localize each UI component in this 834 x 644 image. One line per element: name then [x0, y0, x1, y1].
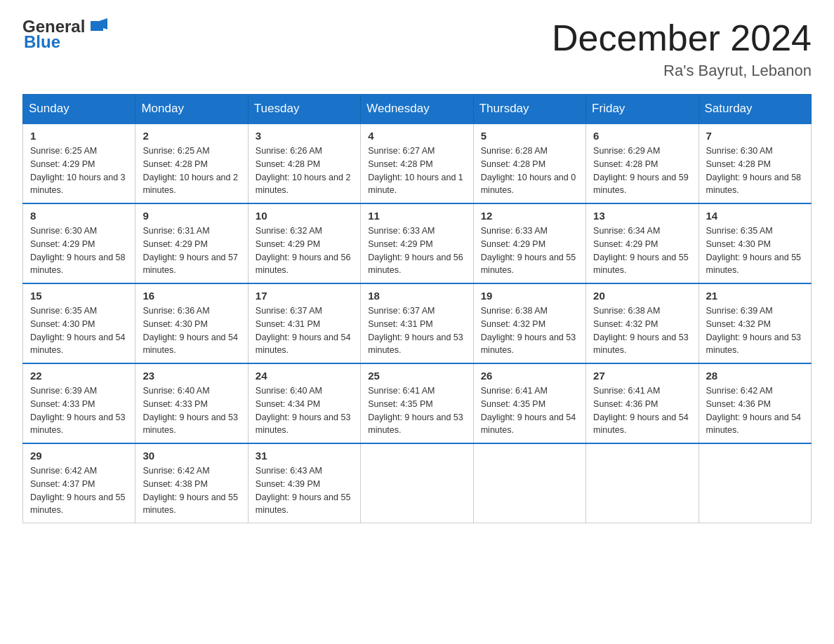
day-info: Sunrise: 6:42 AM Sunset: 4:36 PM Dayligh… — [706, 384, 804, 437]
day-cell-3: 3 Sunrise: 6:26 AM Sunset: 4:28 PM Dayli… — [248, 123, 360, 203]
day-info: Sunrise: 6:37 AM Sunset: 4:31 PM Dayligh… — [256, 304, 353, 357]
day-number: 19 — [481, 290, 578, 302]
day-info: Sunrise: 6:37 AM Sunset: 4:31 PM Dayligh… — [368, 304, 465, 357]
day-info: Sunrise: 6:30 AM Sunset: 4:28 PM Dayligh… — [706, 145, 804, 197]
day-cell-13: 13 Sunrise: 6:34 AM Sunset: 4:29 PM Dayl… — [586, 203, 699, 283]
day-info: Sunrise: 6:25 AM Sunset: 4:29 PM Dayligh… — [30, 145, 128, 197]
day-cell-23: 23 Sunrise: 6:40 AM Sunset: 4:33 PM Dayl… — [135, 363, 248, 443]
day-number: 31 — [256, 450, 353, 462]
week-row-3: 15 Sunrise: 6:35 AM Sunset: 4:30 PM Dayl… — [23, 283, 812, 363]
day-number: 4 — [368, 130, 465, 142]
header-thursday: Thursday — [473, 95, 585, 124]
day-number: 18 — [368, 290, 465, 302]
empty-cell-w4-c6 — [699, 443, 811, 523]
title-area: December 2024 Ra's Bayrut, Lebanon — [552, 17, 812, 80]
day-info: Sunrise: 6:41 AM Sunset: 4:36 PM Dayligh… — [593, 384, 691, 437]
logo-flag-icon — [86, 15, 107, 36]
day-info: Sunrise: 6:43 AM Sunset: 4:39 PM Dayligh… — [256, 464, 353, 517]
day-number: 17 — [256, 290, 353, 302]
day-info: Sunrise: 6:32 AM Sunset: 4:29 PM Dayligh… — [256, 224, 353, 277]
day-info: Sunrise: 6:25 AM Sunset: 4:28 PM Dayligh… — [143, 145, 240, 197]
day-cell-4: 4 Sunrise: 6:27 AM Sunset: 4:28 PM Dayli… — [361, 123, 473, 203]
day-number: 22 — [30, 370, 128, 382]
day-cell-20: 20 Sunrise: 6:38 AM Sunset: 4:32 PM Dayl… — [586, 283, 699, 363]
header-friday: Friday — [586, 95, 699, 124]
day-info: Sunrise: 6:38 AM Sunset: 4:32 PM Dayligh… — [481, 304, 578, 357]
day-cell-29: 29 Sunrise: 6:42 AM Sunset: 4:37 PM Dayl… — [23, 443, 135, 523]
day-number: 26 — [481, 370, 578, 382]
day-info: Sunrise: 6:35 AM Sunset: 4:30 PM Dayligh… — [30, 304, 128, 357]
day-info: Sunrise: 6:38 AM Sunset: 4:32 PM Dayligh… — [593, 304, 691, 357]
day-cell-2: 2 Sunrise: 6:25 AM Sunset: 4:28 PM Dayli… — [135, 123, 248, 203]
header-monday: Monday — [135, 95, 248, 124]
day-number: 30 — [143, 450, 240, 462]
day-cell-5: 5 Sunrise: 6:28 AM Sunset: 4:28 PM Dayli… — [473, 123, 585, 203]
day-number: 9 — [143, 210, 240, 222]
day-cell-27: 27 Sunrise: 6:41 AM Sunset: 4:36 PM Dayl… — [586, 363, 699, 443]
day-cell-22: 22 Sunrise: 6:39 AM Sunset: 4:33 PM Dayl… — [23, 363, 135, 443]
day-cell-12: 12 Sunrise: 6:33 AM Sunset: 4:29 PM Dayl… — [473, 203, 585, 283]
day-number: 15 — [30, 290, 128, 302]
day-cell-6: 6 Sunrise: 6:29 AM Sunset: 4:28 PM Dayli… — [586, 123, 699, 203]
day-info: Sunrise: 6:35 AM Sunset: 4:30 PM Dayligh… — [706, 224, 804, 277]
day-number: 11 — [368, 210, 465, 222]
day-info: Sunrise: 6:28 AM Sunset: 4:28 PM Dayligh… — [481, 145, 578, 197]
empty-cell-w4-c5 — [586, 443, 699, 523]
day-cell-19: 19 Sunrise: 6:38 AM Sunset: 4:32 PM Dayl… — [473, 283, 585, 363]
header-wednesday: Wednesday — [361, 95, 473, 124]
week-row-5: 29 Sunrise: 6:42 AM Sunset: 4:37 PM Dayl… — [23, 443, 812, 523]
day-cell-31: 31 Sunrise: 6:43 AM Sunset: 4:39 PM Dayl… — [248, 443, 360, 523]
day-cell-7: 7 Sunrise: 6:30 AM Sunset: 4:28 PM Dayli… — [699, 123, 811, 203]
day-info: Sunrise: 6:34 AM Sunset: 4:29 PM Dayligh… — [593, 224, 691, 277]
day-info: Sunrise: 6:42 AM Sunset: 4:37 PM Dayligh… — [30, 464, 128, 517]
day-cell-17: 17 Sunrise: 6:37 AM Sunset: 4:31 PM Dayl… — [248, 283, 360, 363]
day-info: Sunrise: 6:41 AM Sunset: 4:35 PM Dayligh… — [368, 384, 465, 437]
day-number: 24 — [256, 370, 353, 382]
day-info: Sunrise: 6:36 AM Sunset: 4:30 PM Dayligh… — [143, 304, 240, 357]
week-row-4: 22 Sunrise: 6:39 AM Sunset: 4:33 PM Dayl… — [23, 363, 812, 443]
empty-cell-w4-c3 — [361, 443, 473, 523]
day-cell-16: 16 Sunrise: 6:36 AM Sunset: 4:30 PM Dayl… — [135, 283, 248, 363]
day-cell-14: 14 Sunrise: 6:35 AM Sunset: 4:30 PM Dayl… — [699, 203, 811, 283]
day-number: 14 — [706, 210, 804, 222]
week-row-2: 8 Sunrise: 6:30 AM Sunset: 4:29 PM Dayli… — [23, 203, 812, 283]
day-number: 23 — [143, 370, 240, 382]
calendar-table: SundayMondayTuesdayWednesdayThursdayFrid… — [22, 94, 812, 523]
day-info: Sunrise: 6:33 AM Sunset: 4:29 PM Dayligh… — [481, 224, 578, 277]
day-cell-11: 11 Sunrise: 6:33 AM Sunset: 4:29 PM Dayl… — [361, 203, 473, 283]
day-number: 28 — [706, 370, 804, 382]
day-number: 3 — [256, 130, 353, 142]
logo-blue-text: Blue — [24, 32, 60, 52]
day-number: 5 — [481, 130, 578, 142]
day-number: 13 — [593, 210, 691, 222]
day-cell-30: 30 Sunrise: 6:42 AM Sunset: 4:38 PM Dayl… — [135, 443, 248, 523]
day-cell-9: 9 Sunrise: 6:31 AM Sunset: 4:29 PM Dayli… — [135, 203, 248, 283]
logo: General Blue — [22, 17, 107, 52]
day-info: Sunrise: 6:31 AM Sunset: 4:29 PM Dayligh… — [143, 224, 240, 277]
day-cell-10: 10 Sunrise: 6:32 AM Sunset: 4:29 PM Dayl… — [248, 203, 360, 283]
day-number: 12 — [481, 210, 578, 222]
day-info: Sunrise: 6:27 AM Sunset: 4:28 PM Dayligh… — [368, 145, 465, 197]
day-cell-1: 1 Sunrise: 6:25 AM Sunset: 4:29 PM Dayli… — [23, 123, 135, 203]
day-info: Sunrise: 6:41 AM Sunset: 4:35 PM Dayligh… — [481, 384, 578, 437]
month-title: December 2024 — [552, 17, 812, 59]
day-info: Sunrise: 6:40 AM Sunset: 4:33 PM Dayligh… — [143, 384, 240, 437]
calendar-header-row: SundayMondayTuesdayWednesdayThursdayFrid… — [23, 95, 812, 124]
day-info: Sunrise: 6:39 AM Sunset: 4:32 PM Dayligh… — [706, 304, 804, 357]
day-number: 7 — [706, 130, 804, 142]
day-cell-28: 28 Sunrise: 6:42 AM Sunset: 4:36 PM Dayl… — [699, 363, 811, 443]
day-number: 21 — [706, 290, 804, 302]
day-cell-15: 15 Sunrise: 6:35 AM Sunset: 4:30 PM Dayl… — [23, 283, 135, 363]
day-number: 16 — [143, 290, 240, 302]
empty-cell-w4-c4 — [473, 443, 585, 523]
day-number: 8 — [30, 210, 128, 222]
day-number: 10 — [256, 210, 353, 222]
page-header: General Blue December 2024 Ra's Bayrut, … — [22, 17, 812, 80]
day-number: 29 — [30, 450, 128, 462]
day-info: Sunrise: 6:30 AM Sunset: 4:29 PM Dayligh… — [30, 224, 128, 277]
day-cell-18: 18 Sunrise: 6:37 AM Sunset: 4:31 PM Dayl… — [361, 283, 473, 363]
day-info: Sunrise: 6:39 AM Sunset: 4:33 PM Dayligh… — [30, 384, 128, 437]
header-sunday: Sunday — [23, 95, 135, 124]
day-info: Sunrise: 6:40 AM Sunset: 4:34 PM Dayligh… — [256, 384, 353, 437]
header-tuesday: Tuesday — [248, 95, 360, 124]
